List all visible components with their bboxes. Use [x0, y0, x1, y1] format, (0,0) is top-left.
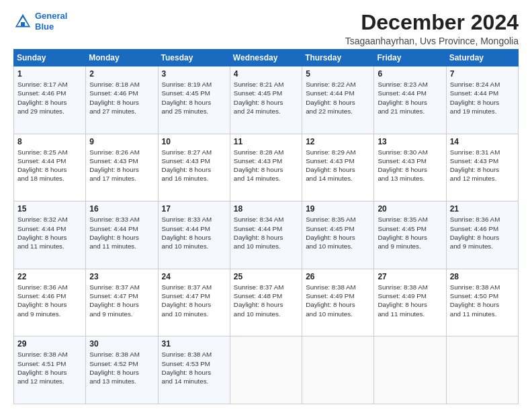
calendar-header-sunday: Sunday	[14, 50, 86, 66]
logo: General Blue	[13, 11, 67, 32]
cell-details: Sunrise: 8:38 AMSunset: 4:51 PMDaylight:…	[17, 350, 82, 385]
calendar-cell: 20Sunrise: 8:35 AMSunset: 4:45 PMDayligh…	[374, 201, 446, 269]
calendar-cell: 24Sunrise: 8:37 AMSunset: 4:47 PMDayligh…	[158, 269, 230, 336]
cell-details: Sunrise: 8:22 AMSunset: 4:44 PMDaylight:…	[306, 80, 370, 116]
calendar-cell: 28Sunrise: 8:38 AMSunset: 4:50 PMDayligh…	[446, 269, 518, 336]
cell-details: Sunrise: 8:32 AMSunset: 4:44 PMDaylight:…	[17, 215, 82, 250]
day-number: 5	[306, 69, 370, 79]
day-number: 22	[17, 272, 82, 281]
calendar-cell: 31Sunrise: 8:38 AMSunset: 4:53 PMDayligh…	[158, 336, 230, 404]
cell-details: Sunrise: 8:35 AMSunset: 4:45 PMDaylight:…	[306, 215, 370, 250]
day-number: 16	[89, 204, 154, 214]
logo-text: General Blue	[35, 11, 67, 32]
calendar-cell: 16Sunrise: 8:33 AMSunset: 4:44 PMDayligh…	[86, 201, 158, 269]
cell-details: Sunrise: 8:38 AMSunset: 4:49 PMDaylight:…	[306, 283, 370, 318]
day-number: 1	[17, 69, 82, 79]
cell-details: Sunrise: 8:37 AMSunset: 4:47 PMDaylight:…	[89, 283, 154, 318]
calendar-cell: 17Sunrise: 8:33 AMSunset: 4:44 PMDayligh…	[158, 201, 230, 269]
title-block: December 2024 Tsagaanhayrhan, Uvs Provin…	[345, 11, 519, 46]
day-number: 20	[378, 204, 442, 214]
calendar-cell: 26Sunrise: 8:38 AMSunset: 4:49 PMDayligh…	[302, 269, 374, 336]
day-number: 2	[89, 69, 154, 79]
calendar-header-wednesday: Wednesday	[230, 50, 302, 66]
day-number: 15	[17, 204, 82, 214]
day-number: 11	[234, 137, 298, 146]
calendar-cell: 15Sunrise: 8:32 AMSunset: 4:44 PMDayligh…	[14, 201, 86, 269]
svg-rect-2	[21, 22, 25, 26]
calendar-cell: 5Sunrise: 8:22 AMSunset: 4:44 PMDaylight…	[302, 66, 374, 134]
calendar-cell: 8Sunrise: 8:25 AMSunset: 4:44 PMDaylight…	[14, 134, 86, 201]
calendar-cell: 2Sunrise: 8:18 AMSunset: 4:46 PMDaylight…	[86, 66, 158, 134]
cell-details: Sunrise: 8:25 AMSunset: 4:44 PMDaylight:…	[17, 148, 82, 183]
day-number: 31	[162, 339, 226, 349]
cell-details: Sunrise: 8:27 AMSunset: 4:43 PMDaylight:…	[162, 148, 226, 183]
calendar-cell: 9Sunrise: 8:26 AMSunset: 4:43 PMDaylight…	[86, 134, 158, 201]
day-number: 13	[378, 137, 442, 146]
cell-details: Sunrise: 8:29 AMSunset: 4:43 PMDaylight:…	[306, 148, 370, 183]
calendar-week-5: 29Sunrise: 8:38 AMSunset: 4:51 PMDayligh…	[14, 336, 519, 404]
calendar-header-saturday: Saturday	[446, 50, 518, 66]
calendar-cell: 3Sunrise: 8:19 AMSunset: 4:45 PMDaylight…	[158, 66, 230, 134]
cell-details: Sunrise: 8:17 AMSunset: 4:46 PMDaylight:…	[17, 80, 82, 116]
day-number: 27	[378, 272, 442, 281]
day-number: 24	[162, 272, 226, 281]
calendar-week-4: 22Sunrise: 8:36 AMSunset: 4:46 PMDayligh…	[14, 269, 519, 336]
logo-line2: Blue	[35, 21, 54, 32]
calendar-cell	[446, 336, 518, 404]
calendar-week-3: 15Sunrise: 8:32 AMSunset: 4:44 PMDayligh…	[14, 201, 519, 269]
day-number: 25	[234, 272, 298, 281]
calendar-cell: 23Sunrise: 8:37 AMSunset: 4:47 PMDayligh…	[86, 269, 158, 336]
calendar-cell: 4Sunrise: 8:21 AMSunset: 4:45 PMDaylight…	[230, 66, 302, 134]
calendar-cell	[302, 336, 374, 404]
cell-details: Sunrise: 8:30 AMSunset: 4:43 PMDaylight:…	[378, 148, 442, 183]
calendar-cell: 22Sunrise: 8:36 AMSunset: 4:46 PMDayligh…	[14, 269, 86, 336]
cell-details: Sunrise: 8:33 AMSunset: 4:44 PMDaylight:…	[89, 215, 154, 250]
day-number: 14	[450, 137, 515, 146]
calendar-week-1: 1Sunrise: 8:17 AMSunset: 4:46 PMDaylight…	[14, 66, 519, 134]
calendar-cell: 19Sunrise: 8:35 AMSunset: 4:45 PMDayligh…	[302, 201, 374, 269]
cell-details: Sunrise: 8:38 AMSunset: 4:50 PMDaylight:…	[450, 283, 515, 318]
cell-details: Sunrise: 8:26 AMSunset: 4:43 PMDaylight:…	[89, 148, 154, 183]
day-number: 3	[162, 69, 226, 79]
header: General Blue December 2024 Tsagaanhayrha…	[13, 11, 519, 46]
calendar-cell: 18Sunrise: 8:34 AMSunset: 4:44 PMDayligh…	[230, 201, 302, 269]
day-number: 17	[162, 204, 226, 214]
cell-details: Sunrise: 8:38 AMSunset: 4:49 PMDaylight:…	[378, 283, 442, 318]
calendar-header-row: SundayMondayTuesdayWednesdayThursdayFrid…	[14, 50, 519, 66]
day-number: 6	[378, 69, 442, 79]
cell-details: Sunrise: 8:36 AMSunset: 4:46 PMDaylight:…	[450, 215, 515, 250]
calendar: SundayMondayTuesdayWednesdayThursdayFrid…	[13, 49, 519, 404]
cell-details: Sunrise: 8:23 AMSunset: 4:44 PMDaylight:…	[378, 80, 442, 116]
calendar-cell: 12Sunrise: 8:29 AMSunset: 4:43 PMDayligh…	[302, 134, 374, 201]
calendar-cell	[230, 336, 302, 404]
day-number: 9	[89, 137, 154, 146]
calendar-header-friday: Friday	[374, 50, 446, 66]
cell-details: Sunrise: 8:37 AMSunset: 4:48 PMDaylight:…	[234, 283, 298, 318]
calendar-cell: 30Sunrise: 8:38 AMSunset: 4:52 PMDayligh…	[86, 336, 158, 404]
cell-details: Sunrise: 8:36 AMSunset: 4:46 PMDaylight:…	[17, 283, 82, 318]
day-number: 8	[17, 137, 82, 146]
calendar-cell: 14Sunrise: 8:31 AMSunset: 4:43 PMDayligh…	[446, 134, 518, 201]
logo-icon	[13, 12, 32, 31]
day-number: 23	[89, 272, 154, 281]
day-number: 12	[306, 137, 370, 146]
cell-details: Sunrise: 8:34 AMSunset: 4:44 PMDaylight:…	[234, 215, 298, 250]
calendar-cell: 11Sunrise: 8:28 AMSunset: 4:43 PMDayligh…	[230, 134, 302, 201]
cell-details: Sunrise: 8:37 AMSunset: 4:47 PMDaylight:…	[162, 283, 226, 318]
day-number: 29	[17, 339, 82, 349]
calendar-cell: 25Sunrise: 8:37 AMSunset: 4:48 PMDayligh…	[230, 269, 302, 336]
calendar-cell: 21Sunrise: 8:36 AMSunset: 4:46 PMDayligh…	[446, 201, 518, 269]
day-number: 10	[162, 137, 226, 146]
calendar-cell: 29Sunrise: 8:38 AMSunset: 4:51 PMDayligh…	[14, 336, 86, 404]
calendar-cell: 27Sunrise: 8:38 AMSunset: 4:49 PMDayligh…	[374, 269, 446, 336]
calendar-header-thursday: Thursday	[302, 50, 374, 66]
page: General Blue December 2024 Tsagaanhayrha…	[0, 0, 532, 411]
cell-details: Sunrise: 8:38 AMSunset: 4:52 PMDaylight:…	[89, 350, 154, 385]
calendar-header-tuesday: Tuesday	[158, 50, 230, 66]
calendar-cell: 6Sunrise: 8:23 AMSunset: 4:44 PMDaylight…	[374, 66, 446, 134]
logo-line1: General	[35, 11, 67, 21]
cell-details: Sunrise: 8:18 AMSunset: 4:46 PMDaylight:…	[89, 80, 154, 116]
cell-details: Sunrise: 8:38 AMSunset: 4:53 PMDaylight:…	[162, 350, 226, 385]
calendar-cell: 13Sunrise: 8:30 AMSunset: 4:43 PMDayligh…	[374, 134, 446, 201]
day-number: 21	[450, 204, 515, 214]
